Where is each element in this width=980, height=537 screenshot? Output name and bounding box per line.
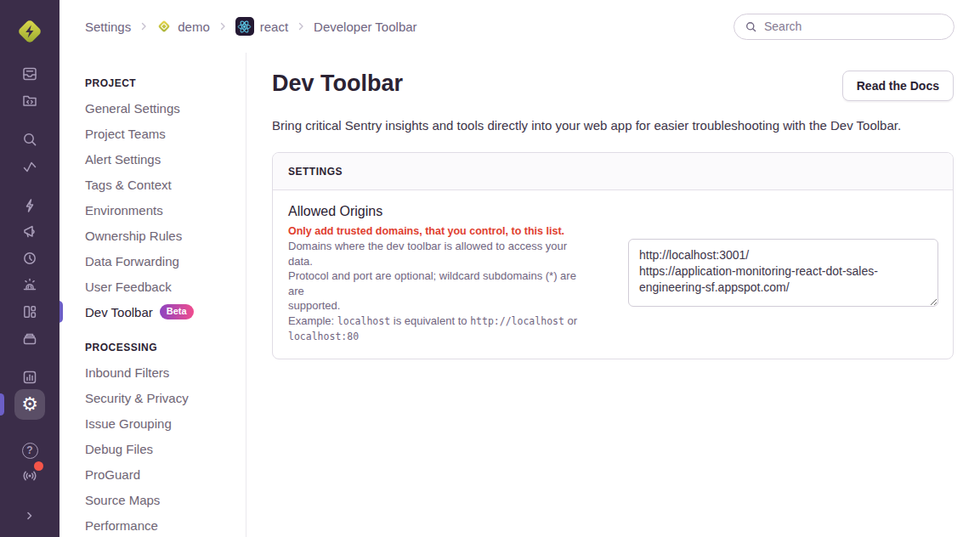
sidebar-section-project: PROJECT	[85, 76, 246, 90]
allowed-origins-field-row: Allowed Origins Only add trusted domains…	[273, 190, 953, 359]
search-box[interactable]	[734, 14, 955, 40]
page-title: Dev Toolbar	[272, 71, 403, 97]
sentry-logo[interactable]	[15, 17, 44, 46]
sidebar-item-security-privacy[interactable]: Security & Privacy	[85, 385, 246, 410]
notification-dot	[34, 461, 43, 471]
settings-sidebar: PROJECT General Settings Project Teams A…	[59, 53, 246, 537]
feedback-megaphone-icon[interactable]	[17, 219, 42, 245]
breadcrumb-label: Developer Toolbar	[314, 20, 416, 34]
beta-badge: Beta	[160, 304, 194, 319]
projects-icon[interactable]	[17, 88, 42, 113]
react-project-icon	[235, 17, 254, 36]
org-demo-icon	[156, 19, 172, 34]
chevron-right-icon	[296, 21, 306, 31]
performance-pulse-icon[interactable]	[17, 154, 42, 179]
allowed-origins-textarea[interactable]: http://localhost:3001/ https://applicati…	[628, 239, 938, 307]
chevron-right-icon	[139, 21, 149, 31]
allowed-origins-help: Domains where the dev toolbar is allowed…	[288, 239, 594, 314]
breadcrumb-label: Settings	[85, 20, 131, 34]
sidebar-item-source-maps[interactable]: Source Maps	[85, 487, 246, 512]
sentry-logo-icon	[15, 17, 44, 46]
replays-clock-icon[interactable]	[17, 246, 42, 271]
sidebar-item-debug-files[interactable]: Debug Files	[85, 436, 246, 461]
help-icon[interactable]: ?	[17, 438, 42, 463]
settings-panel: SETTINGS Allowed Origins Only add truste…	[272, 152, 954, 359]
sidebar-item-dev-toolbar[interactable]: Dev Toolbar Beta	[85, 299, 246, 325]
sidebar-item-tags-context[interactable]: Tags & Context	[85, 172, 246, 197]
allowed-origins-warning: Only add trusted domains, that you contr…	[288, 225, 594, 237]
page-description: Bring critical Sentry insights and tools…	[246, 118, 980, 133]
explore-search-icon[interactable]	[17, 127, 42, 152]
settings-gear-icon[interactable]: ⚙	[14, 389, 45, 420]
breadcrumb-developer-toolbar: Developer Toolbar	[314, 20, 416, 34]
breadcrumb-label: demo	[178, 20, 210, 34]
releases-archive-icon[interactable]	[17, 325, 42, 351]
sidebar-item-alert-settings[interactable]: Alert Settings	[85, 146, 246, 172]
search-input[interactable]	[764, 20, 943, 33]
code-localhost-80: localhost:80	[288, 331, 359, 342]
sidebar-item-issue-grouping[interactable]: Issue Grouping	[85, 410, 246, 436]
sidebar-item-user-feedback[interactable]: User Feedback	[85, 274, 246, 299]
breadcrumb-label: react	[260, 20, 288, 34]
rail-active-indicator	[0, 393, 4, 415]
issues-icon[interactable]	[17, 61, 42, 87]
alerts-bolt-icon[interactable]	[17, 193, 42, 218]
sidebar-item-performance[interactable]: Performance	[85, 512, 246, 537]
main-content: Dev Toolbar Read the Docs Bring critical…	[246, 53, 980, 537]
chevron-right-icon	[218, 21, 228, 31]
sidebar-item-inbound-filters[interactable]: Inbound Filters	[85, 359, 246, 385]
allowed-origins-label: Allowed Origins	[288, 204, 594, 219]
dashboards-icon[interactable]	[17, 299, 42, 325]
search-icon	[745, 20, 757, 33]
stats-icon[interactable]	[17, 365, 42, 390]
icon-rail: ⚙ ?	[0, 0, 59, 537]
sidebar-section-processing: PROCESSING	[85, 341, 246, 354]
sidebar-item-ownership-rules[interactable]: Ownership Rules	[85, 223, 246, 248]
breadcrumb-settings[interactable]: Settings	[85, 20, 131, 34]
breadcrumb-org-demo[interactable]: demo	[156, 19, 210, 34]
sidebar-item-data-forwarding[interactable]: Data Forwarding	[85, 248, 246, 274]
breadcrumb: Settings demo	[85, 17, 417, 36]
read-the-docs-button[interactable]: Read the Docs	[842, 71, 954, 101]
sidebar-item-project-teams[interactable]: Project Teams	[85, 121, 246, 146]
collapse-chevron-icon[interactable]	[17, 503, 42, 529]
sidebar-item-environments[interactable]: Environments	[85, 197, 246, 223]
top-bar: Settings demo	[59, 0, 980, 53]
crons-alarm-icon[interactable]	[17, 272, 42, 297]
code-localhost: localhost	[337, 315, 390, 327]
sidebar-item-general-settings[interactable]: General Settings	[85, 95, 246, 121]
breadcrumb-project-react[interactable]: react	[235, 17, 288, 36]
panel-header: SETTINGS	[273, 153, 953, 190]
code-http-localhost: http://localhost	[470, 315, 564, 327]
sidebar-item-proguard[interactable]: ProGuard	[85, 461, 246, 487]
allowed-origins-example: Example: localhost is equivalent to http…	[288, 314, 594, 345]
whats-new-broadcast-icon[interactable]	[17, 463, 42, 489]
